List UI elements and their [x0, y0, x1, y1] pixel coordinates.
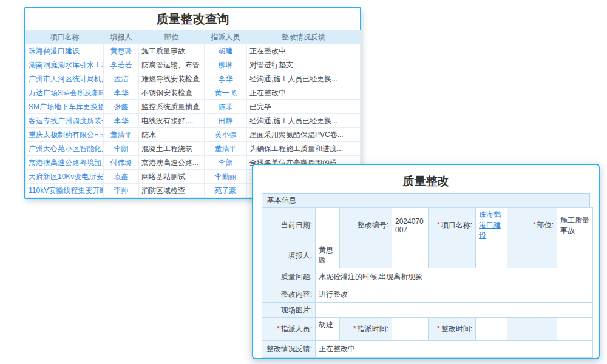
- assignee-name-link[interactable]: 胡建: [219, 47, 233, 55]
- reporter-name-link[interactable]: 董清平: [110, 130, 132, 139]
- reporter-name-link[interactable]: 孟洁: [114, 75, 129, 83]
- reporter-label: 填报人:: [262, 243, 316, 268]
- reporter-name-link[interactable]: 袁鑫: [114, 172, 129, 181]
- reporter-field[interactable]: 黄思璐: [316, 243, 340, 268]
- reporter-name-link[interactable]: 李朗: [114, 144, 129, 153]
- part-cell: 京港澳高速公路...: [139, 156, 205, 170]
- assignee-name-link[interactable]: 田静: [219, 116, 233, 125]
- empty-label-cell: [429, 243, 476, 268]
- empty-label-cell: [507, 243, 557, 268]
- assignee-name-link[interactable]: 苑子豪: [215, 186, 237, 195]
- code-label: 整改编号:: [340, 208, 392, 243]
- part-cell: 防水: [139, 128, 205, 142]
- reporter-name-link[interactable]: 张鑫: [114, 103, 129, 111]
- assignee-name-link[interactable]: 黄小强: [215, 130, 237, 139]
- assignee-name-link[interactable]: 柳琳: [219, 61, 233, 69]
- project-name-link[interactable]: 客运专线广州调度所装修项目: [29, 116, 104, 125]
- query-table-header-row: 项目名称 填报人 部位 指派人员 整改情况反馈: [26, 30, 361, 44]
- project-name-link[interactable]: 重庆太极制药有限公司亳州: [29, 130, 104, 139]
- feedback-cell: 经沟通,施工人员已经更换...: [247, 114, 361, 128]
- part-cell: 难燃导线安装检查: [139, 72, 205, 86]
- table-row: 万达广场35#会所及咖啡厅装 李华 不锈钢安装检查 黄一飞 正在整改中: [26, 86, 361, 100]
- project-name-link[interactable]: SM广场地下车库更换摄像头: [29, 103, 104, 111]
- part-cell: 不锈钢安装检查: [139, 86, 205, 100]
- project-name-link[interactable]: 万达广场35#会所及咖啡厅装: [29, 89, 104, 97]
- part-field[interactable]: 施工质量事故: [557, 208, 593, 243]
- feedback-cell: 正在整改中: [247, 44, 361, 58]
- part-label: *部位:: [507, 208, 557, 243]
- query-panel-title: 质量整改查询: [25, 8, 360, 30]
- empty-value-cell: [557, 318, 593, 341]
- basic-info-section-header: 基本信息: [262, 193, 590, 207]
- empty-value-cell: [476, 243, 507, 268]
- current-date-field[interactable]: [316, 208, 340, 243]
- empty-value-cell: [557, 243, 593, 268]
- part-cell: 混凝土工程浇筑: [139, 142, 205, 156]
- feedback-cell: 经沟通,施工人员已经更换...: [247, 72, 361, 86]
- project-name-link[interactable]: 广州天心苑小区智能化系统: [29, 144, 104, 153]
- reporter-name-link[interactable]: 李华: [114, 89, 129, 97]
- required-asterisk: *: [353, 325, 356, 333]
- issue-field[interactable]: 水泥砼灌注的时候,出现离析现象: [316, 268, 593, 286]
- assignee-name-link[interactable]: 李朗: [219, 158, 233, 167]
- required-asterisk: *: [437, 221, 440, 229]
- table-row: SM广场地下车库更换摄像头 张鑫 监控系统质量抽查 陈菲 已完毕: [26, 100, 361, 114]
- current-date-label: 当前日期:: [262, 208, 316, 243]
- quality-rectification-form-panel: 质量整改 基本信息 当前日期: 整改编号: 2024070007 *项目名称: …: [252, 164, 600, 359]
- part-cell: 网络基站测试: [139, 170, 205, 184]
- reporter-name-link[interactable]: 李若若: [110, 61, 132, 69]
- project-name-link[interactable]: 广州市天河区统计局机房改造: [29, 75, 104, 83]
- issue-label: 质量问题:: [262, 268, 316, 286]
- column-header-reporter: 填报人: [104, 30, 139, 44]
- reporter-name-link[interactable]: 付伟璐: [110, 158, 132, 167]
- assignee-name-link[interactable]: 李华: [219, 75, 233, 83]
- project-name-link[interactable]: 湖南洞庭湖水库引水工程施: [29, 61, 104, 69]
- code-field[interactable]: 2024070007: [392, 208, 429, 243]
- reporter-name-link[interactable]: 黄思璐: [110, 47, 132, 55]
- project-label: *项目名称:: [429, 208, 476, 243]
- assign-time-field[interactable]: [392, 318, 429, 341]
- rectification-form-table: 当前日期: 整改编号: 2024070007 *项目名称: 珠海鹤港口建设 *部…: [262, 207, 593, 358]
- feedback-label: 整改情况反馈:: [262, 341, 316, 358]
- assignee-field[interactable]: 胡建: [316, 318, 340, 341]
- project-name-link[interactable]: 珠海鹤港口建设: [29, 47, 80, 55]
- table-row: 湖南洞庭湖水库引水工程施 李若若 防腐管运输、布管 柳琳 对管进行垫支: [26, 58, 361, 72]
- column-header-part: 部位: [139, 30, 205, 44]
- table-row: 客运专线广州调度所装修项目 李华 电线没有接好,... 田静 经沟通,施工人员已…: [26, 114, 361, 128]
- feedback-field[interactable]: 正在整改中: [316, 341, 593, 358]
- desktop-stage: 质量整改查询 项目名称 填报人 部位 指派人员 整改情况反馈 珠海鹤港口建设 黄…: [0, 0, 607, 364]
- feedback-cell: 已完毕: [247, 100, 361, 114]
- content-label: 整改内容:: [262, 286, 316, 303]
- photos-label: 现场图片:: [262, 303, 316, 318]
- part-cell: 电线没有接好,...: [139, 114, 205, 128]
- assignee-label: *指派人员:: [262, 318, 316, 341]
- reporter-name-link[interactable]: 李帅: [114, 186, 129, 195]
- project-name-link[interactable]: 天府新区10Kv变电所安装工程: [29, 172, 104, 181]
- feedback-cell: 对管进行垫支: [247, 58, 361, 72]
- content-field[interactable]: 进行整改: [316, 286, 593, 303]
- assignee-name-link[interactable]: 董清平: [215, 144, 237, 153]
- project-name-link[interactable]: 110kV安徽线程集变开断线路: [29, 186, 104, 195]
- form-panel-title: 质量整改: [262, 171, 590, 193]
- feedback-cell: 为确保工程施工质量和进度...: [247, 142, 361, 156]
- project-value-link[interactable]: 珠海鹤港口建设: [479, 211, 501, 240]
- project-name-link[interactable]: 京港澳高速公路粤境韶关至: [29, 158, 104, 167]
- empty-label-cell: [340, 243, 392, 268]
- part-cell: 监控系统质量抽查: [139, 100, 205, 114]
- required-asterisk: *: [533, 221, 536, 229]
- reporter-name-link[interactable]: 李华: [114, 116, 129, 125]
- assign-time-label: *指派时间:: [340, 318, 392, 341]
- column-header-assignee: 指派人员: [205, 30, 247, 44]
- part-cell: 消防区域检查: [139, 184, 205, 198]
- column-header-feedback: 整改情况反馈: [247, 30, 361, 44]
- required-asterisk: *: [277, 325, 280, 333]
- assignee-name-link[interactable]: 李勤丽: [215, 172, 237, 181]
- feedback-cell: 屋面采用聚氨酯保温PVC卷...: [247, 128, 361, 142]
- required-asterisk: *: [437, 325, 440, 333]
- photos-field[interactable]: [316, 303, 593, 318]
- assignee-name-link[interactable]: 陈菲: [219, 103, 233, 111]
- rectify-time-field[interactable]: [476, 318, 507, 341]
- table-row: 广州市天河区统计局机房改造 孟洁 难燃导线安装检查 李华 经沟通,施工人员已经更…: [26, 72, 361, 86]
- assignee-name-link[interactable]: 黄一飞: [215, 89, 237, 97]
- empty-value-cell: [392, 243, 429, 268]
